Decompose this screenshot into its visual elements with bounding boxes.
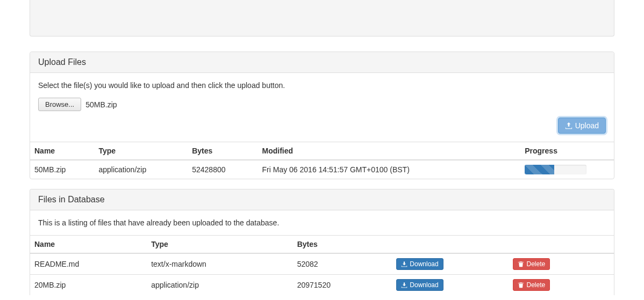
delete-button[interactable]: Delete <box>513 258 550 270</box>
upload-row-bytes: 52428800 <box>188 160 257 179</box>
db-table-row: 20MB.zip application/zip 20971520 Downlo… <box>30 275 614 296</box>
upload-row-name: 50MB.zip <box>30 160 94 179</box>
upload-table-row: 50MB.zip application/zip 52428800 Fri Ma… <box>30 160 614 179</box>
database-description: This is a listing of files that have alr… <box>38 218 606 227</box>
db-row-name: README.md <box>30 253 147 275</box>
upload-row-progress <box>520 160 614 179</box>
progress-fill <box>525 165 554 174</box>
delete-button-label: Delete <box>526 281 545 289</box>
upload-button[interactable]: Upload <box>558 118 606 134</box>
database-panel-body: This is a listing of files that have alr… <box>30 210 614 235</box>
delete-button[interactable]: Delete <box>513 279 550 291</box>
download-button[interactable]: Download <box>396 258 443 270</box>
download-button-label: Download <box>410 281 438 289</box>
db-col-actions-2 <box>509 236 614 254</box>
upload-col-bytes: Bytes <box>188 142 257 160</box>
delete-button-label: Delete <box>526 260 545 268</box>
download-button-label: Download <box>410 260 438 268</box>
upload-col-modified: Modified <box>258 142 521 160</box>
db-row-name: 20MB.zip <box>30 275 147 296</box>
download-button[interactable]: Download <box>396 279 443 291</box>
db-row-type: application/zip <box>147 275 293 296</box>
upload-panel: Upload Files Select the file(s) you woul… <box>30 52 614 179</box>
db-row-bytes: 20971520 <box>293 275 392 296</box>
db-col-actions-1 <box>392 236 509 254</box>
upload-col-type: Type <box>94 142 188 160</box>
download-icon <box>401 261 407 267</box>
db-col-type: Type <box>147 236 293 254</box>
upload-button-label: Upload <box>575 121 599 130</box>
upload-row-type: application/zip <box>94 160 188 179</box>
browse-button[interactable]: Browse... <box>38 98 81 111</box>
trash-icon <box>518 261 524 267</box>
top-panel-stub <box>30 0 614 36</box>
trash-icon <box>518 282 524 288</box>
database-table: Name Type Bytes README.md text/x-markdow… <box>30 235 614 295</box>
database-panel: Files in Database This is a listing of f… <box>30 189 614 295</box>
upload-row-modified: Fri May 06 2016 14:51:57 GMT+0100 (BST) <box>258 160 521 179</box>
upload-col-progress: Progress <box>520 142 614 160</box>
progress-bar <box>525 165 586 174</box>
file-select-row: Browse... 50MB.zip <box>38 98 606 111</box>
upload-table: Name Type Bytes Modified Progress 50MB.z… <box>30 142 614 179</box>
upload-panel-heading: Upload Files <box>30 52 614 73</box>
upload-col-name: Name <box>30 142 94 160</box>
db-row-bytes: 52082 <box>293 253 392 275</box>
db-row-type: text/x-markdown <box>147 253 293 275</box>
selected-filename: 50MB.zip <box>85 100 117 109</box>
db-col-bytes: Bytes <box>293 236 392 254</box>
db-col-name: Name <box>30 236 147 254</box>
upload-description: Select the file(s) you would like to upl… <box>38 81 606 90</box>
db-table-row: README.md text/x-markdown 52082 Download <box>30 253 614 275</box>
upload-panel-body: Select the file(s) you would like to upl… <box>30 73 614 142</box>
database-panel-heading: Files in Database <box>30 189 614 210</box>
upload-icon <box>565 122 573 129</box>
download-icon <box>401 282 407 288</box>
